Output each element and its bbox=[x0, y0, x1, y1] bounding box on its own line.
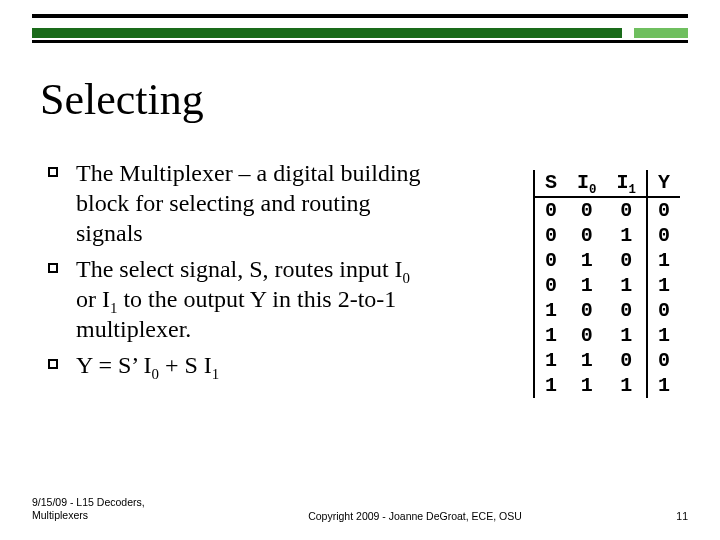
slide: Selecting The Multiplexer – a digital bu… bbox=[0, 0, 720, 540]
col-I0: I0 bbox=[567, 170, 606, 197]
list-item: Y = S’ I0 + S I1 bbox=[48, 350, 428, 380]
rule-accent-left bbox=[32, 28, 622, 38]
bullet-icon bbox=[48, 167, 58, 177]
table-header-row: S I0 I1 Y bbox=[534, 170, 680, 197]
bullet-icon bbox=[48, 263, 58, 273]
table-row: 1 0 1 1 bbox=[534, 323, 680, 348]
table-row: 1 1 0 0 bbox=[534, 348, 680, 373]
bullet-text: The Multiplexer – a digital building blo… bbox=[76, 160, 421, 246]
list-item: The Multiplexer – a digital building blo… bbox=[48, 158, 428, 248]
bullet-icon bbox=[48, 359, 58, 369]
bullet-text: The select signal, S, routes input I0 or… bbox=[76, 256, 410, 342]
bullet-list: The Multiplexer – a digital building blo… bbox=[48, 158, 428, 386]
footer-center: Copyright 2009 - Joanne DeGroat, ECE, OS… bbox=[202, 510, 628, 522]
table-row: 1 0 0 0 bbox=[534, 298, 680, 323]
footer: 9/15/09 - L15 Decoders, Multiplexers Cop… bbox=[32, 496, 688, 522]
rule-bottom bbox=[32, 40, 688, 43]
col-Y: Y bbox=[647, 170, 680, 197]
table-row: 0 1 0 1 bbox=[534, 248, 680, 273]
list-item: The select signal, S, routes input I0 or… bbox=[48, 254, 428, 344]
col-I1: I1 bbox=[607, 170, 647, 197]
truth-table: S I0 I1 Y 0 0 0 0 0 0 1 0 0 1 0 1 bbox=[533, 170, 680, 398]
rule-top bbox=[32, 14, 688, 18]
footer-page-number: 11 bbox=[628, 510, 688, 522]
table-row: 0 0 0 0 bbox=[534, 197, 680, 223]
rule-accent-right bbox=[634, 28, 688, 38]
col-S: S bbox=[534, 170, 567, 197]
table-row: 1 1 1 1 bbox=[534, 373, 680, 398]
table-row: 0 1 1 1 bbox=[534, 273, 680, 298]
footer-left: 9/15/09 - L15 Decoders, Multiplexers bbox=[32, 496, 202, 522]
bullet-text: Y = S’ I0 + S I1 bbox=[76, 352, 219, 378]
page-title: Selecting bbox=[40, 74, 204, 125]
table-row: 0 0 1 0 bbox=[534, 223, 680, 248]
